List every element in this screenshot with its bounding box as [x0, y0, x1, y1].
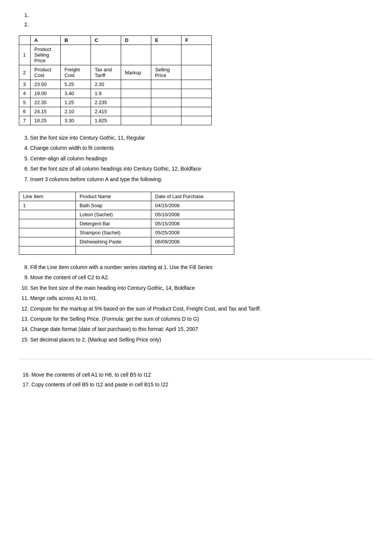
main-table-cell-r2-c6 — [181, 80, 212, 89]
main-table-header-3: C — [91, 36, 121, 45]
main-table-cell-r4-c6 — [181, 98, 212, 107]
more-step-item-11: Merge cells across A1 to H1. — [30, 294, 373, 302]
main-table-cell-r0-c6 — [181, 45, 212, 65]
intro-list — [19, 11, 373, 29]
main-table-cell-r5-c3: 2.415 — [91, 107, 121, 116]
more-step-item-12: Compute for the markup at 5% based on th… — [30, 305, 373, 313]
main-table-cell-r3-c1: 19.00 — [31, 89, 61, 98]
main-table-cell-r3-c4 — [121, 89, 151, 98]
main-table-cell-r4-c5 — [151, 98, 181, 107]
main-table-cell-r0-c3 — [91, 45, 121, 65]
more-steps-list: Fill the Line Item column with a number … — [19, 263, 373, 344]
main-table-header-6: F — [181, 36, 212, 45]
main-table-cell-r2-c2: 5.25 — [61, 80, 91, 89]
main-table-cell-r5-c6 — [181, 107, 212, 116]
main-table-cell-r3-c0: 4 — [19, 89, 31, 98]
second-table-cell-r2-c1: Detergent Bar — [76, 219, 151, 228]
main-table-header-1: A — [31, 36, 61, 45]
main-table-cell-r6-c0: 7 — [19, 116, 31, 125]
second-table-header-1: Product Name — [76, 192, 151, 201]
main-table-cell-r4-c1: 22.35 — [31, 98, 61, 107]
second-table-cell-r1-c0 — [19, 210, 76, 219]
main-table-cell-r5-c0: 6 — [19, 107, 31, 116]
more-step-item-15: Set decimal places to 2. (Markup and Sel… — [30, 335, 373, 344]
step-item-6: Set the font size of all column headings… — [30, 165, 373, 173]
second-table-cell-r5-c1 — [76, 246, 151, 254]
main-table-cell-r3-c5 — [151, 89, 181, 98]
more-step-item-14: Change date format (date of last purchas… — [30, 325, 373, 333]
main-table-cell-r1-c6 — [181, 65, 212, 80]
main-table-cell-r5-c5 — [151, 107, 181, 116]
second-table-cell-r2-c0 — [19, 219, 76, 228]
main-table-cell-r0-c4 — [121, 45, 151, 65]
second-table-cell-r1-c2: 05/10/2008 — [151, 210, 234, 219]
second-table-cell-r5-c2 — [151, 246, 234, 254]
main-table-cell-r5-c1: 24.15 — [31, 107, 61, 116]
second-table-cell-r5-c0 — [19, 246, 76, 254]
step-item-4: Change column width to fit contents — [30, 144, 373, 152]
second-table-cell-r0-c1: Bath Soap — [76, 201, 151, 210]
main-table: ABCDEF1ProductSellingPrice2ProductCostFr… — [19, 35, 212, 125]
bottom-list: 16. Move the contents of cell A1 to H8, … — [19, 371, 373, 389]
second-table-cell-r4-c1: Dishwashing Paste — [76, 237, 151, 246]
main-table-header-0 — [19, 36, 31, 45]
main-table-cell-r1-c1: ProductCost — [31, 65, 61, 80]
more-step-item-10: Set the font size of the main heading in… — [30, 284, 373, 292]
page-divider — [19, 359, 373, 359]
more-step-item-8: Fill the Line Item column with a number … — [30, 263, 373, 271]
more-step-item-13: Compute for the Selling Price. (Formula:… — [30, 315, 373, 323]
step-item-3: Set the font size into Century Gothic, 1… — [30, 134, 373, 142]
bottom-step-16: 16. Move the contents of cell A1 to H8, … — [23, 371, 373, 379]
second-table-cell-r3-c0 — [19, 228, 76, 237]
main-table-cell-r2-c1: 23.50 — [31, 80, 61, 89]
main-table-cell-r4-c4 — [121, 98, 151, 107]
main-table-cell-r6-c1: 18.25 — [31, 116, 61, 125]
main-table-cell-r2-c3: 2.35 — [91, 80, 121, 89]
main-table-header-5: E — [151, 36, 181, 45]
main-table-cell-r3-c3: 1.9 — [91, 89, 121, 98]
main-table-cell-r4-c0: 5 — [19, 98, 31, 107]
main-table-cell-r6-c3: 1.825 — [91, 116, 121, 125]
main-table-cell-r6-c5 — [151, 116, 181, 125]
second-table-cell-r2-c2: 05/15/2008 — [151, 219, 234, 228]
main-table-cell-r1-c3: Tax andTariff — [91, 65, 121, 80]
main-table-cell-r2-c5 — [151, 80, 181, 89]
main-table-cell-r6-c2: 3.30 — [61, 116, 91, 125]
second-table-cell-r3-c2: 05/25/2008 — [151, 228, 234, 237]
step-item-7: Insert 3 columns before column A and typ… — [30, 175, 373, 183]
bottom-step-17: 17. Copy contents of cell B5 to I12 and … — [23, 380, 373, 389]
intro-step-2 — [30, 21, 373, 29]
second-table: Line ItemProduct NameDate of Last Purcha… — [19, 192, 234, 255]
main-table-cell-r2-c4 — [121, 80, 151, 89]
main-table-cell-r0-c1: ProductSellingPrice — [31, 45, 61, 65]
main-table-cell-r4-c2: 1.25 — [61, 98, 91, 107]
second-table-cell-r1-c1: Lotion (Sachet) — [76, 210, 151, 219]
second-table-header-2: Date of Last Purchase — [151, 192, 234, 201]
second-table-header-0: Line Item — [19, 192, 76, 201]
step-item-5: Center-align all column headings — [30, 154, 373, 163]
main-table-header-4: D — [121, 36, 151, 45]
main-table-cell-r1-c0: 2 — [19, 65, 31, 80]
main-table-cell-r2-c0: 3 — [19, 80, 31, 89]
second-table-cell-r4-c2: 06/09/2008 — [151, 237, 234, 246]
main-table-cell-r6-c6 — [181, 116, 212, 125]
main-table-cell-r5-c4 — [121, 107, 151, 116]
main-table-cell-r5-c2: 2.10 — [61, 107, 91, 116]
second-table-cell-r3-c1: Shampoo (Sachet) — [76, 228, 151, 237]
main-table-cell-r4-c3: 2.235 — [91, 98, 121, 107]
second-table-cell-r0-c0: 1 — [19, 201, 76, 210]
main-table-cell-r3-c6 — [181, 89, 212, 98]
main-table-cell-r0-c2 — [61, 45, 91, 65]
main-table-cell-r1-c2: FreightCost — [61, 65, 91, 80]
second-table-cell-r0-c2: 04/15/2008 — [151, 201, 234, 210]
main-table-cell-r3-c2: 3.40 — [61, 89, 91, 98]
main-table-cell-r6-c4 — [121, 116, 151, 125]
main-table-cell-r0-c5 — [151, 45, 181, 65]
main-table-cell-r1-c5: SellingPrice — [151, 65, 181, 80]
main-table-cell-r1-c4: Markup — [121, 65, 151, 80]
second-table-cell-r4-c0 — [19, 237, 76, 246]
main-table-cell-r0-c0: 1 — [19, 45, 31, 65]
main-table-header-2: B — [61, 36, 91, 45]
more-step-item-9: Move the content of cell C2 to A2. — [30, 273, 373, 282]
intro-step-1 — [30, 11, 373, 19]
